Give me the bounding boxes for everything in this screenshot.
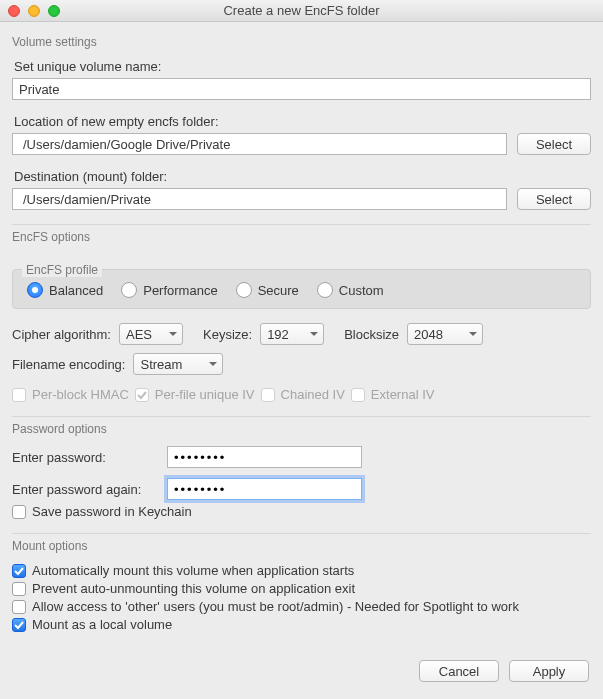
checkbox-checked-icon [135,388,149,402]
location-select-button[interactable]: Select [517,133,591,155]
allow-other-check[interactable]: Allow access to 'other' users (you must … [12,599,591,614]
mount-options-label: Mount options [12,539,591,553]
radio-unchecked-icon [236,282,252,298]
volume-name-input[interactable] [12,78,591,100]
prevent-unmount-label: Prevent auto-unmounting this volume on a… [32,581,355,596]
window-title: Create a new EncFS folder [0,3,603,18]
local-volume-check[interactable]: Mount as a local volume [12,617,591,632]
radio-checked-icon [27,282,43,298]
radio-secure[interactable]: Secure [236,282,299,298]
radio-balanced[interactable]: Balanced [27,282,103,298]
per-block-hmac-check: Per-block HMAC [12,387,129,402]
traffic-lights [8,5,60,17]
enter-password-again-label: Enter password again: [12,482,157,497]
per-block-hmac-label: Per-block HMAC [32,387,129,402]
checkbox-unchecked-icon [12,505,26,519]
keysize-select[interactable] [260,323,324,345]
blocksize-select[interactable] [407,323,483,345]
location-input[interactable] [12,133,507,155]
destination-input[interactable] [12,188,507,210]
window-content: Volume settings Set unique volume name: … [0,22,603,650]
checkbox-checked-icon [12,618,26,632]
prevent-unmount-check[interactable]: Prevent auto-unmounting this volume on a… [12,581,591,596]
radio-secure-label: Secure [258,283,299,298]
cipher-select[interactable] [119,323,183,345]
allow-other-label: Allow access to 'other' users (you must … [32,599,519,614]
apply-button[interactable]: Apply [509,660,589,682]
checkbox-unchecked-icon [12,600,26,614]
save-keychain-label: Save password in Keychain [32,504,192,519]
enter-password-again-input[interactable] [167,478,362,500]
dialog-footer: Cancel Apply [0,650,603,694]
mount-options-group: Mount options Automatically mount this v… [12,539,591,636]
checkbox-unchecked-icon [261,388,275,402]
filename-encoding-label: Filename encoding: [12,357,125,372]
encfs-options-group: EncFS options EncFS profile Balanced Per… [12,230,591,417]
per-file-iv-label: Per-file unique IV [155,387,255,402]
enter-password-label: Enter password: [12,450,157,465]
encfs-options-label: EncFS options [12,230,591,244]
radio-unchecked-icon [317,282,333,298]
password-options-group: Password options Enter password: Enter p… [12,422,591,534]
volume-name-label: Set unique volume name: [14,59,591,74]
destination-select-button[interactable]: Select [517,188,591,210]
volume-settings-group: Volume settings Set unique volume name: … [12,35,591,225]
cancel-button[interactable]: Cancel [419,660,499,682]
checkbox-unchecked-icon [12,388,26,402]
close-icon[interactable] [8,5,20,17]
external-iv-label: External IV [371,387,435,402]
keysize-label: Keysize: [203,327,252,342]
radio-custom[interactable]: Custom [317,282,384,298]
cipher-label: Cipher algorithm: [12,327,111,342]
radio-performance[interactable]: Performance [121,282,217,298]
location-label: Location of new empty encfs folder: [14,114,591,129]
enter-password-input[interactable] [167,446,362,468]
volume-settings-label: Volume settings [12,35,591,49]
chained-iv-check: Chained IV [261,387,345,402]
per-file-iv-check: Per-file unique IV [135,387,255,402]
password-options-label: Password options [12,422,591,436]
radio-unchecked-icon [121,282,137,298]
radio-performance-label: Performance [143,283,217,298]
local-volume-label: Mount as a local volume [32,617,172,632]
blocksize-label: Blocksize [344,327,399,342]
radio-custom-label: Custom [339,283,384,298]
save-keychain-check[interactable]: Save password in Keychain [12,504,591,519]
destination-label: Destination (mount) folder: [14,169,591,184]
encfs-profile-box: EncFS profile Balanced Performance Secur… [12,254,591,309]
chained-iv-label: Chained IV [281,387,345,402]
checkbox-checked-icon [12,564,26,578]
radio-balanced-label: Balanced [49,283,103,298]
auto-mount-check[interactable]: Automatically mount this volume when app… [12,563,591,578]
maximize-icon[interactable] [48,5,60,17]
checkbox-unchecked-icon [12,582,26,596]
external-iv-check: External IV [351,387,435,402]
filename-encoding-select[interactable] [133,353,223,375]
minimize-icon[interactable] [28,5,40,17]
encfs-profile-label: EncFS profile [22,263,102,277]
titlebar: Create a new EncFS folder [0,0,603,22]
checkbox-unchecked-icon [351,388,365,402]
auto-mount-label: Automatically mount this volume when app… [32,563,354,578]
